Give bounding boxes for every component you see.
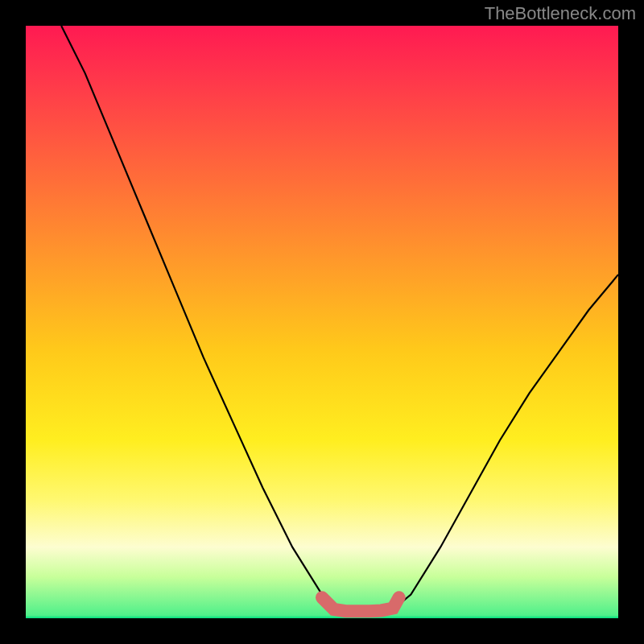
curve-left-branch <box>61 26 334 609</box>
curve-right-branch <box>393 275 618 609</box>
valley-marker <box>322 597 399 611</box>
watermark: TheBottleneck.com <box>485 3 636 24</box>
chart-svg <box>26 26 618 618</box>
chart-container: TheBottleneck.com <box>0 0 644 644</box>
plot-area <box>26 26 618 618</box>
